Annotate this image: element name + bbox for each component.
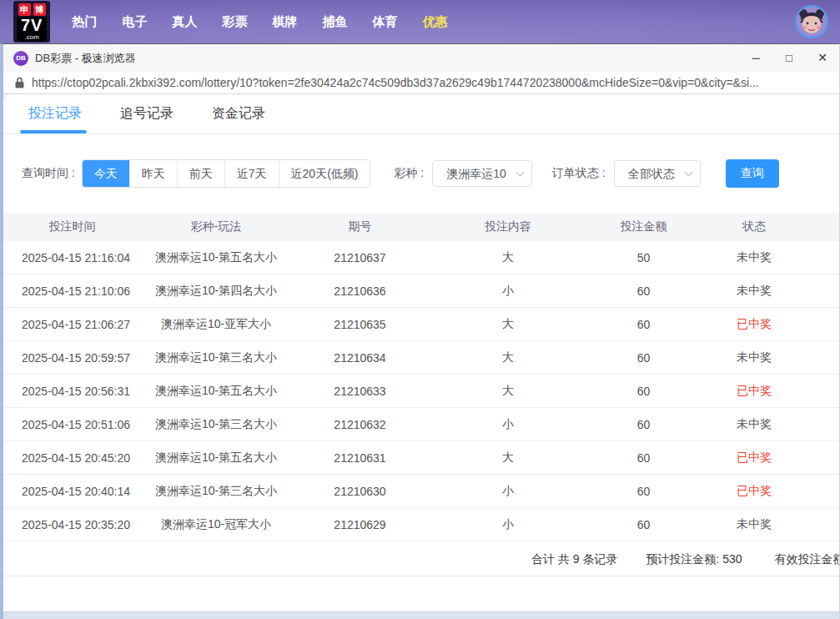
time-option-last7days[interactable]: 近7天 — [224, 160, 279, 187]
menu-item-promotions[interactable]: 优惠 — [422, 14, 447, 30]
cell-issue: 21210637 — [291, 251, 429, 264]
menu-item-live[interactable]: 真人 — [172, 14, 197, 30]
cell-bet-content: 大 — [429, 384, 587, 399]
logo-7v-text: 7V — [17, 17, 47, 33]
cell-game-play: 澳洲幸运10-第三名大小 — [141, 350, 291, 365]
logo-badge-bo: 博 — [33, 3, 46, 16]
order-status-label: 订单状态 : — [552, 166, 606, 181]
cell-bet-amount: 50 — [587, 251, 700, 264]
browser-urlbar: https://ctop02pcali.2kbxi392.com/lottery… — [3, 72, 839, 94]
logo-badge-shen: 申 — [18, 3, 31, 16]
time-option-day-before[interactable]: 前天 — [177, 160, 224, 187]
time-option-yesterday[interactable]: 昨天 — [129, 160, 177, 187]
close-icon[interactable]: ✕ — [806, 44, 839, 72]
cell-bet-time: 2025-04-15 21:10:06 — [3, 284, 141, 298]
time-option-last20days[interactable]: 近20天(低频) — [279, 160, 370, 187]
cell-game-play: 澳洲幸运10-冠军大小 — [141, 517, 291, 532]
cell-bet-content: 大 — [429, 450, 587, 466]
cell-game-play: 澳洲幸运10-第五名大小 — [141, 250, 291, 265]
cell-bet-time: 2025-04-15 20:40:14 — [3, 485, 141, 498]
tab-chase-records[interactable]: 追号记录 — [120, 105, 174, 123]
tab-fund-records[interactable]: 资金记录 — [212, 105, 265, 123]
cell-bet-amount: 60 — [587, 351, 700, 365]
cell-bet-time: 2025-04-15 20:45:20 — [3, 451, 141, 465]
cell-issue: 21210630 — [291, 485, 429, 498]
cell-status: 已中奖 — [700, 450, 808, 466]
filter-bar: 查询时间 : 今天 昨天 前天 近7天 近20天(低频) 彩种 : 澳洲幸运10… — [3, 159, 839, 188]
url-text[interactable]: https://ctop02pcali.2kbxi392.com/lottery… — [32, 76, 759, 89]
order-status-value: 全部状态 — [628, 167, 675, 180]
cell-issue: 21210636 — [291, 284, 429, 298]
cell-bet-time: 2025-04-15 20:56:31 — [3, 385, 141, 398]
window-bottom-edge — [3, 611, 839, 619]
table-row: 2025-04-15 21:10:06 澳洲幸运10-第四名大小 2121063… — [3, 274, 839, 308]
chevron-down-icon — [684, 169, 692, 177]
page-content: 投注记录 追号记录 资金记录 查询时间 : 今天 昨天 前天 近7天 近20天(… — [3, 94, 839, 611]
search-button[interactable]: 查询 — [726, 159, 779, 188]
lottery-type-label: 彩种 : — [394, 166, 424, 181]
cell-bet-content: 小 — [429, 484, 587, 499]
col-game-play: 彩种-玩法 — [141, 219, 291, 234]
cell-game-play: 澳洲幸运10-亚军大小 — [141, 317, 291, 332]
table-row: 2025-04-15 20:59:57 澳洲幸运10-第三名大小 2121063… — [3, 341, 839, 375]
summary-total-records: 合计 共 9 条记录 — [531, 541, 617, 576]
cell-bet-amount: 60 — [587, 284, 700, 298]
table-row: 2025-04-15 20:40:14 澳洲幸运10-第三名大小 2121063… — [3, 475, 839, 508]
table-header: 投注时间 彩种-玩法 期号 投注内容 投注金额 状态 — [3, 213, 839, 241]
cell-bet-content: 小 — [429, 417, 587, 432]
screen: 申 博 7V .com 热门 电子 真人 彩票 棋牌 捕鱼 体育 优惠 — [0, 0, 840, 619]
col-bet-amount: 投注金额 — [587, 219, 700, 234]
lottery-type-select[interactable]: 澳洲幸运10 — [432, 160, 532, 187]
menu-item-slots[interactable]: 电子 — [122, 14, 147, 30]
site-navbar: 申 博 7V .com 热门 电子 真人 彩票 棋牌 捕鱼 体育 优惠 — [0, 0, 840, 43]
site-logo[interactable]: 申 博 7V .com — [13, 1, 50, 43]
table-row: 2025-04-15 21:16:04 澳洲幸运10-第五名大小 2121063… — [3, 241, 839, 274]
cell-bet-amount: 60 — [587, 418, 700, 431]
table-row: 2025-04-15 20:51:06 澳洲幸运10-第三名大小 2121063… — [3, 408, 839, 441]
record-tabs: 投注记录 追号记录 资金记录 — [3, 94, 839, 134]
cell-bet-amount: 60 — [587, 518, 700, 531]
cell-bet-content: 大 — [429, 350, 587, 365]
summary-valid-amount: 有效投注金额 — [774, 541, 839, 576]
table-row: 2025-04-15 20:35:20 澳洲幸运10-冠军大小 21210629… — [3, 508, 839, 541]
cell-bet-amount: 60 — [587, 318, 700, 331]
col-bet-content: 投注内容 — [429, 219, 587, 234]
menu-item-fishing[interactable]: 捕鱼 — [322, 14, 347, 30]
cell-status: 未中奖 — [700, 417, 808, 432]
window-controls: ─ □ ✕ — [739, 44, 839, 72]
cell-status: 未中奖 — [700, 250, 808, 265]
order-status-select[interactable]: 全部状态 — [614, 160, 701, 187]
cell-game-play: 澳洲幸运10-第四名大小 — [141, 284, 291, 299]
cell-bet-amount: 60 — [587, 451, 700, 465]
minimize-icon[interactable]: ─ — [739, 44, 772, 72]
logo-com-text: .com — [17, 33, 47, 41]
chevron-down-icon — [516, 169, 524, 177]
menu-item-hot[interactable]: 热门 — [72, 14, 97, 30]
summary-bar: 合计 共 9 条记录 预计投注金额: 530 有效投注金额 — [3, 541, 839, 576]
cell-issue: 21210635 — [291, 318, 429, 331]
cell-issue: 21210634 — [291, 351, 429, 365]
lottery-type-value: 澳洲幸运10 — [446, 167, 506, 180]
cell-bet-amount: 60 — [587, 485, 700, 498]
col-status: 状态 — [700, 219, 808, 234]
avatar-illustration — [797, 7, 827, 37]
cell-game-play: 澳洲幸运10-第三名大小 — [141, 484, 291, 499]
user-avatar[interactable] — [795, 5, 828, 38]
maximize-icon[interactable]: □ — [772, 44, 806, 72]
table-row: 2025-04-15 21:06:27 澳洲幸运10-亚军大小 21210635… — [3, 308, 839, 341]
browser-window: DB DB彩票 - 极速浏览器 ─ □ ✕ https://ctop02pcal… — [0, 43, 840, 619]
cell-status: 未中奖 — [700, 350, 808, 365]
menu-item-boardgames[interactable]: 棋牌 — [272, 14, 297, 30]
cell-issue: 21210631 — [291, 451, 429, 465]
time-range-group: 今天 昨天 前天 近7天 近20天(低频) — [82, 159, 371, 188]
query-time-label: 查询时间 : — [22, 166, 75, 181]
cell-bet-content: 小 — [429, 517, 587, 532]
cell-bet-time: 2025-04-15 20:59:57 — [3, 351, 141, 365]
tab-bet-records[interactable]: 投注记录 — [28, 105, 82, 123]
menu-item-lottery[interactable]: 彩票 — [222, 14, 247, 30]
records-card: 投注记录 追号记录 资金记录 查询时间 : 今天 昨天 前天 近7天 近20天(… — [3, 94, 839, 611]
lock-icon — [15, 77, 24, 88]
time-option-today[interactable]: 今天 — [83, 160, 129, 187]
menu-item-sports[interactable]: 体育 — [372, 14, 397, 30]
active-tab-underline — [20, 130, 87, 133]
